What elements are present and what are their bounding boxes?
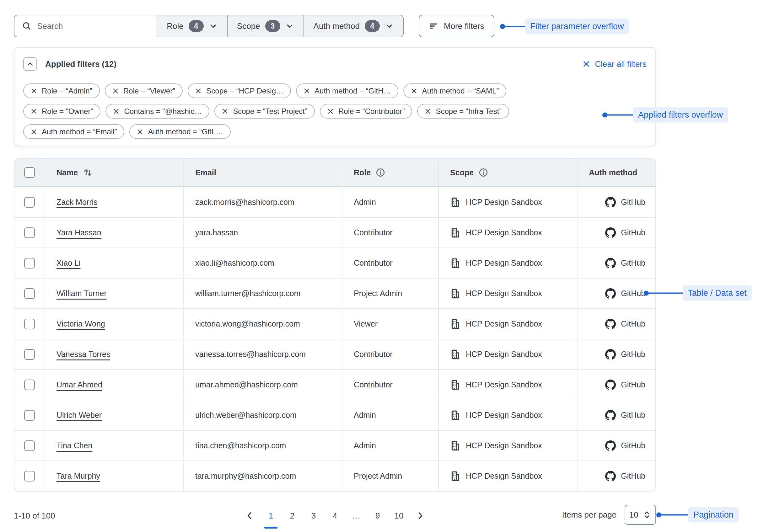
- scope-cell: HCP Design Sandbox: [438, 187, 577, 217]
- collapse-applied-filters-button[interactable]: [23, 57, 37, 71]
- filter-chip[interactable]: Scope = “Infra Test”: [417, 104, 509, 119]
- email-cell: zack.morris@hashicorp.com: [183, 187, 342, 217]
- row-checkbox[interactable]: [24, 288, 35, 299]
- page-button-3[interactable]: 3: [306, 507, 321, 525]
- previous-page-button[interactable]: [242, 507, 257, 525]
- filter-chip[interactable]: Role = “Contributor”: [320, 104, 412, 119]
- column-header-label: Scope: [450, 168, 474, 177]
- search-input[interactable]: [37, 21, 149, 31]
- chip-remove-icon[interactable]: [425, 108, 431, 114]
- role-cell: Admin: [342, 400, 438, 430]
- page-button-1[interactable]: 1: [264, 507, 278, 525]
- chip-remove-icon[interactable]: [31, 129, 37, 135]
- row-checkbox[interactable]: [24, 471, 35, 481]
- chip-remove-icon[interactable]: [112, 88, 119, 94]
- filter-chip[interactable]: Scope = “HCP Desig…: [188, 83, 291, 98]
- email-cell: william.turner@hashicorp.com: [183, 279, 342, 308]
- chip-remove-icon[interactable]: [195, 88, 202, 94]
- page-button-2[interactable]: 2: [285, 507, 299, 525]
- user-name-link[interactable]: Vanessa Torres: [57, 350, 110, 359]
- info-icon[interactable]: [376, 168, 385, 177]
- user-name-link[interactable]: Tara Murphy: [57, 471, 100, 480]
- row-checkbox[interactable]: [24, 349, 35, 360]
- items-per-page-value: 10: [629, 510, 639, 520]
- chip-remove-icon[interactable]: [222, 108, 228, 114]
- auth-method-label: GitHub: [621, 258, 645, 268]
- scope-label: HCP Design Sandbox: [466, 198, 542, 207]
- chevron-down-icon: [385, 22, 394, 31]
- chip-remove-icon[interactable]: [137, 129, 143, 135]
- filter-chip[interactable]: Role = “Viewer”: [105, 83, 183, 98]
- column-header-name[interactable]: Name: [45, 159, 183, 186]
- user-name-link[interactable]: Xiao Li: [57, 258, 80, 268]
- row-select-cell: [14, 461, 45, 491]
- auth-method-cell: GitHub: [577, 461, 656, 491]
- chip-remove-icon[interactable]: [113, 108, 119, 114]
- email-cell: victoria.wong@hashicorp.com: [183, 309, 342, 339]
- page-button-9[interactable]: 9: [370, 507, 385, 525]
- row-checkbox[interactable]: [24, 441, 35, 451]
- auth-method-filter-dropdown[interactable]: Auth method 4: [303, 15, 403, 37]
- page-button-4[interactable]: 4: [328, 507, 342, 525]
- row-select-cell: [14, 370, 45, 400]
- chip-remove-icon[interactable]: [411, 88, 417, 94]
- filter-chip-label: Scope = “Infra Test”: [436, 107, 501, 116]
- auth-method-label: GitHub: [621, 198, 645, 207]
- filter-chip[interactable]: Auth method = “GitH…: [296, 83, 398, 98]
- filter-chip[interactable]: Auth method = “SAML”: [403, 83, 506, 98]
- scope-cell: HCP Design Sandbox: [438, 248, 577, 278]
- row-checkbox[interactable]: [24, 258, 35, 269]
- sort-icon[interactable]: [83, 168, 93, 178]
- row-checkbox[interactable]: [24, 319, 35, 330]
- github-icon: [605, 471, 616, 481]
- github-icon: [605, 197, 616, 208]
- role-filter-dropdown[interactable]: Role 4: [157, 15, 227, 37]
- scope-filter-dropdown[interactable]: Scope 3: [227, 15, 303, 37]
- user-name-link[interactable]: Zack Morris: [57, 198, 97, 207]
- annotation-label: Table / Data set: [683, 285, 752, 301]
- filter-chip[interactable]: Auth method = “Email”: [23, 124, 124, 139]
- select-all-checkbox[interactable]: [24, 167, 35, 178]
- chip-remove-icon[interactable]: [327, 108, 334, 114]
- annotation-pagination: Pagination: [656, 507, 739, 523]
- auth-method-cell: GitHub: [577, 279, 656, 308]
- filter-chip[interactable]: Role = “Admin”: [23, 83, 100, 98]
- filter-chip-label: Role = “Admin”: [42, 86, 92, 95]
- row-checkbox[interactable]: [24, 227, 35, 238]
- scope-label: HCP Design Sandbox: [466, 411, 542, 420]
- auth-method-label: GitHub: [621, 228, 645, 237]
- filter-chip[interactable]: Auth method = “GitL…: [129, 124, 230, 139]
- row-checkbox[interactable]: [24, 197, 35, 208]
- chip-remove-icon[interactable]: [303, 88, 310, 94]
- page-button-10[interactable]: 10: [392, 507, 406, 525]
- filter-chip[interactable]: Scope = “Test Project”: [214, 104, 315, 119]
- info-icon[interactable]: [479, 168, 488, 177]
- user-name-link[interactable]: Umar Ahmed: [57, 380, 102, 389]
- user-name-link[interactable]: Yara Hassan: [57, 228, 101, 237]
- annotation-filter-parameter-overflow: Filter parameter overflow: [500, 19, 629, 34]
- filter-chip[interactable]: Role = “Owner”: [23, 104, 100, 119]
- user-name-link[interactable]: Victoria Wong: [57, 319, 105, 329]
- next-page-button[interactable]: [413, 507, 428, 525]
- chip-remove-icon[interactable]: [31, 88, 37, 94]
- items-per-page-select[interactable]: 10: [625, 505, 656, 525]
- org-building-icon: [450, 197, 461, 208]
- role-cell: Admin: [342, 431, 438, 461]
- search-field[interactable]: [14, 15, 157, 37]
- chip-remove-icon[interactable]: [31, 108, 37, 114]
- filter-chip[interactable]: Contains = “@hashic…: [105, 104, 209, 119]
- clear-all-filters-button[interactable]: Clear all filters: [582, 59, 647, 69]
- row-checkbox[interactable]: [24, 380, 35, 390]
- filter-bar: Role 4 Scope 3 Auth method 4: [14, 15, 494, 37]
- github-icon: [605, 410, 616, 421]
- user-name-link[interactable]: Ulrich Weber: [57, 411, 102, 420]
- chevron-down-icon: [285, 22, 294, 31]
- user-name-link[interactable]: William Turner: [57, 289, 107, 298]
- github-icon: [605, 380, 616, 390]
- auth-method-label: GitHub: [621, 289, 645, 298]
- more-filters-button[interactable]: More filters: [419, 15, 494, 37]
- row-checkbox[interactable]: [24, 410, 35, 421]
- auth-method-label: GitHub: [621, 411, 645, 420]
- org-building-icon: [450, 410, 461, 421]
- user-name-link[interactable]: Tina Chen: [57, 441, 92, 450]
